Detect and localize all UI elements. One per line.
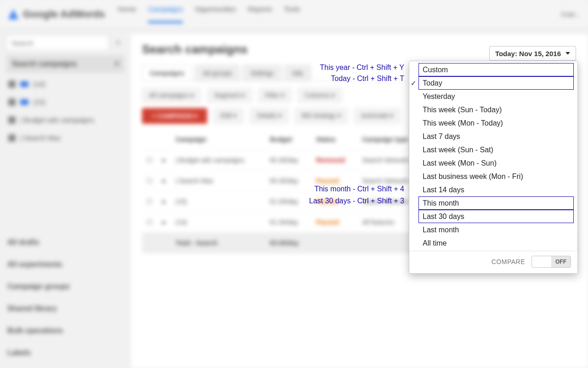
details-button[interactable]: Details ▾: [250, 108, 288, 124]
tab-campaigns[interactable]: Campaigns: [142, 65, 192, 81]
daterange-trigger[interactable]: Today: Nov 15, 2016: [489, 46, 576, 61]
sidebar-item[interactable]: | Search Max: [6, 131, 124, 144]
filter-columns[interactable]: Columns ▾: [298, 88, 342, 103]
daterange-option[interactable]: Last week (Sun - Sat): [418, 143, 574, 156]
edit-button[interactable]: Edit ▾: [214, 108, 243, 124]
toggle-off: OFF: [551, 256, 571, 267]
clear-search-icon[interactable]: ×: [112, 36, 124, 49]
main-nav: Home Campaigns Opportunities Reports Too…: [118, 5, 300, 23]
daterange-option[interactable]: Last business week (Mon - Fri): [418, 170, 574, 183]
col-campaign[interactable]: Campaign: [171, 129, 266, 150]
daterange-option[interactable]: Last week (Mon - Sun): [418, 156, 574, 170]
nav-home[interactable]: Home: [118, 5, 136, 23]
sidebar-item-label: (15): [33, 98, 45, 106]
sidebar-link-shared[interactable]: Shared library: [6, 300, 124, 317]
daterange-option[interactable]: Yesterday: [418, 90, 574, 103]
daterange-option[interactable]: Last 14 days: [418, 183, 574, 196]
sidebar-heading-label: Search campaigns: [12, 60, 77, 68]
daterange-option[interactable]: Today✓: [418, 76, 574, 90]
daterange-option[interactable]: Last 7 days: [418, 130, 574, 143]
sidebar-item-label: | Search Max: [20, 134, 61, 142]
sidebar-link-experiments[interactable]: All experiments: [6, 256, 124, 273]
filter-segment[interactable]: Segment ▾: [207, 88, 252, 103]
tab-ads[interactable]: Ads: [284, 65, 311, 81]
logo: Google AdWords: [8, 8, 105, 20]
col-budget[interactable]: Budget: [266, 129, 311, 150]
sidebar-item[interactable]: | Budget ads campaigns: [6, 113, 124, 126]
nav-tools[interactable]: Tools: [284, 5, 300, 23]
tab-adgroups[interactable]: Ad groups: [195, 65, 240, 81]
sidebar-link-labels[interactable]: Labels: [6, 344, 124, 362]
shortcut-hint-last30: Last 30 days - Ctrl + Shift + 3: [309, 197, 404, 205]
shortcut-hint-thismonth: This month - Ctrl + Shift + 4: [314, 185, 404, 193]
daterange-option[interactable]: Custom: [418, 63, 574, 76]
bidstrategy-button[interactable]: Bid strategy ▾: [295, 108, 348, 124]
close-icon[interactable]: ×: [115, 60, 119, 68]
compare-label: COMPARE: [492, 258, 525, 265]
sidebar-heading[interactable]: Search campaigns ×: [6, 55, 124, 73]
automate-button[interactable]: Automate ▾: [354, 108, 401, 124]
nav-campaigns[interactable]: Campaigns: [148, 5, 183, 23]
topbar: Google AdWords Home Campaigns Opportunit…: [0, 0, 588, 29]
daterange-option[interactable]: This month: [418, 196, 574, 210]
compare-toggle[interactable]: OFF: [531, 256, 571, 268]
shortcut-hint-thisyear: This year - Ctrl + Shift + Y: [320, 63, 404, 72]
daterange-option[interactable]: This week (Sun - Today): [418, 103, 574, 116]
nav-reports[interactable]: Reports: [248, 5, 272, 23]
toggle-on: [532, 256, 551, 267]
sidebar-item-label: (14): [33, 80, 45, 88]
nav-opportunities[interactable]: Opportunities: [195, 5, 236, 23]
check-icon: ✓: [411, 78, 417, 88]
sidebar-item[interactable]: (14): [6, 77, 124, 91]
sidebar-link-bulk[interactable]: Bulk operations: [6, 322, 124, 339]
daterange-dropdown: CustomToday✓YesterdayThis week (Sun - To…: [409, 61, 578, 274]
new-campaign-button[interactable]: + CAMPAIGN ▾: [142, 108, 207, 124]
sidebar: × Search campaigns × (14) (15) | Budget …: [0, 29, 131, 368]
total-budget: €0.00/day: [266, 233, 311, 253]
chevron-down-icon: [565, 52, 570, 55]
daterange-label: Today: Nov 15, 2016: [495, 50, 561, 58]
sidebar-link-groups[interactable]: Campaign groups: [6, 278, 124, 295]
sidebar-search-input[interactable]: [6, 35, 109, 51]
daterange-option[interactable]: Last 30 days: [418, 210, 574, 223]
col-status[interactable]: Status: [311, 129, 357, 150]
sidebar-item[interactable]: (15): [6, 95, 124, 109]
sidebar-link-drafts[interactable]: All drafts: [6, 234, 124, 251]
daterange-option[interactable]: All time: [418, 236, 574, 250]
filter-all[interactable]: All campaigns ▾: [142, 88, 201, 103]
tab-settings[interactable]: Settings: [243, 65, 282, 81]
daterange-option[interactable]: Last month: [418, 223, 574, 236]
customer-label: Cust...: [561, 11, 580, 18]
daterange-option[interactable]: This week (Mon - Today): [418, 116, 574, 130]
total-label: Total - Search: [171, 233, 266, 253]
shortcut-hint-today: Today - Ctrl + Shift + T: [331, 75, 404, 83]
filter-filter[interactable]: Filter ▾: [258, 88, 291, 103]
brand-name: Google AdWords: [23, 8, 105, 20]
sidebar-item-label: | Budget ads campaigns: [20, 116, 94, 124]
adwords-logo-icon: [8, 9, 18, 19]
